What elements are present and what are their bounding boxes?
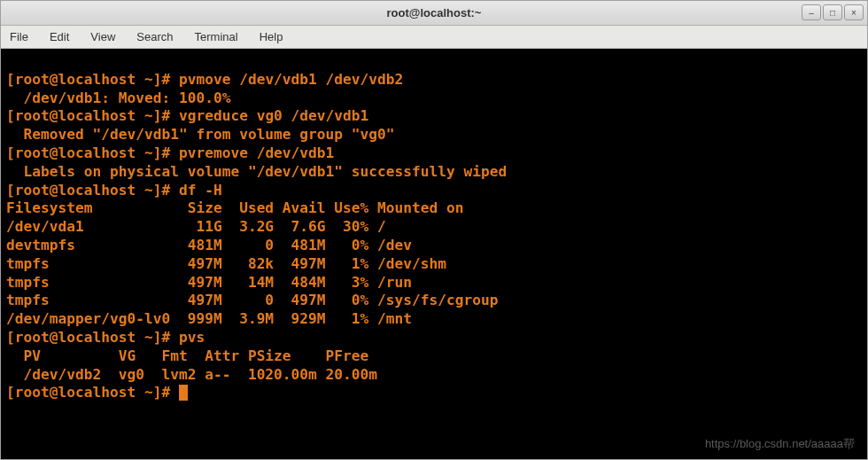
prompt: [root@localhost ~]# [6,71,179,88]
titlebar[interactable]: root@localhost:~ – □ × [1,1,867,26]
df-row: tmpfs 497M 82k 497M 1% /dev/shm [6,255,446,272]
menu-file[interactable]: File [6,28,32,45]
menu-view[interactable]: View [87,28,119,45]
command-text: pvremove /dev/vdb1 [179,144,334,161]
minimize-button[interactable]: – [802,4,821,20]
menu-help[interactable]: Help [256,28,287,45]
df-row: devtmpfs 481M 0 481M 0% /dev [6,237,412,253]
command-text: df -H [179,182,222,199]
watermark-text: https://blog.csdn.net/aaaaa帮 [705,435,855,454]
command-text: vgreduce vg0 /dev/vdb1 [179,107,368,124]
pvs-row: /dev/vdb2 vg0 lvm2 a-- 1020.00m 20.00m [6,366,377,383]
prompt: [root@localhost ~]# [6,107,179,124]
menu-search[interactable]: Search [133,28,176,45]
menu-terminal[interactable]: Terminal [191,28,242,45]
df-row: tmpfs 497M 0 497M 0% /sys/fs/cgroup [6,292,499,308]
pvs-header: PV VG Fmt Attr PSize PFree [6,347,377,364]
menubar: File Edit View Search Terminal Help [1,26,867,49]
prompt: [root@localhost ~]# [6,182,179,199]
prompt: [root@localhost ~]# [6,144,179,161]
df-row: /dev/vda1 11G 3.2G 7.6G 30% / [6,218,386,235]
prompt: [root@localhost ~]# [6,329,179,346]
output-line: Labels on physical volume "/dev/vdb1" su… [6,163,507,180]
window-title: root@localhost:~ [387,6,482,19]
maximize-button[interactable]: □ [823,4,842,20]
close-button[interactable]: × [844,4,864,20]
terminal-window: root@localhost:~ – □ × File Edit View Se… [0,0,868,460]
output-line: Removed "/dev/vdb1" from volume group "v… [6,126,395,143]
command-text: pvs [179,329,205,346]
menu-edit[interactable]: Edit [46,28,73,45]
terminal-cursor [179,385,188,401]
df-header: Filesystem Size Used Avail Use% Mounted … [6,199,464,216]
df-row: tmpfs 497M 14M 484M 3% /run [6,274,412,291]
output-line: /dev/vdb1: Moved: 100.0% [6,90,230,106]
terminal-output[interactable]: [root@localhost ~]# pvmove /dev/vdb1 /de… [1,49,867,459]
window-controls: – □ × [802,4,864,20]
df-row: /dev/mapper/vg0-lv0 999M 3.9M 929M 1% /m… [6,310,412,327]
command-text: pvmove /dev/vdb1 /dev/vdb2 [179,71,403,88]
prompt: [root@localhost ~]# [6,384,179,401]
